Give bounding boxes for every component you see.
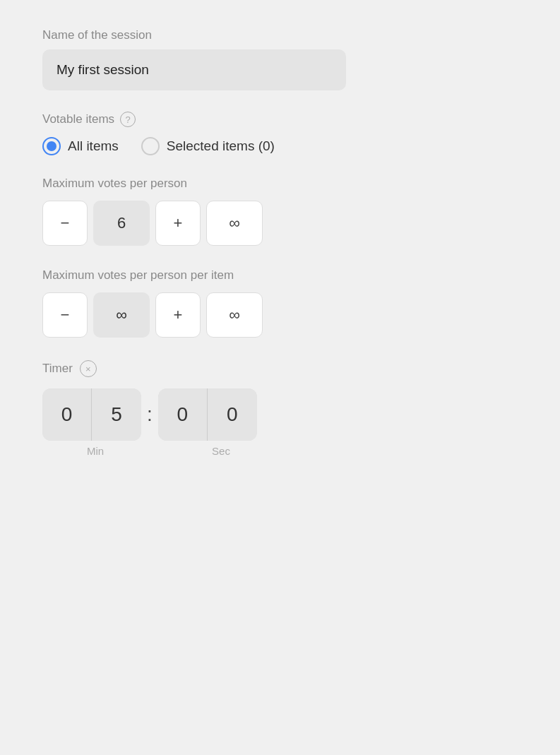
timer-sec-tens[interactable]: 0 (158, 388, 208, 441)
max-votes-item-stepper: − ∞ + ∞ (42, 292, 518, 338)
timer-sec-ones[interactable]: 0 (208, 388, 257, 441)
max-votes-person-section: Maximum votes per person − 6 + ∞ (42, 177, 518, 246)
timer-min-ones[interactable]: 5 (92, 388, 141, 441)
max-votes-person-infinity[interactable]: ∞ (206, 201, 263, 246)
timer-unit-labels: Min Sec (42, 445, 518, 457)
timer-header: Timer × (42, 360, 518, 377)
max-votes-person-decrement[interactable]: − (42, 201, 88, 246)
radio-selected-items[interactable]: Selected items (0) (141, 137, 275, 155)
timer-boxes-row: 0 5 : 0 0 (42, 388, 518, 441)
timer-sec-label: Sec (168, 445, 274, 457)
timer-label: Timer (42, 362, 73, 376)
max-votes-person-value: 6 (93, 201, 150, 246)
max-votes-item-value: ∞ (93, 292, 150, 338)
radio-all-items-label: All items (68, 138, 119, 154)
votable-items-label: Votable items (42, 112, 114, 126)
max-votes-person-increment[interactable]: + (155, 201, 201, 246)
radio-selected-items-label: Selected items (0) (167, 138, 275, 154)
timer-seconds-group: 0 0 (158, 388, 257, 441)
max-votes-item-section: Maximum votes per person per item − ∞ + … (42, 268, 518, 338)
timer-colon: : (141, 403, 158, 426)
session-name-label: Name of the session (42, 28, 518, 42)
max-votes-item-increment[interactable]: + (155, 292, 201, 338)
settings-container: Name of the session Votable items ? All … (42, 28, 518, 727)
timer-close-icon[interactable]: × (80, 360, 97, 377)
votable-items-radio-group: All items Selected items (0) (42, 137, 518, 155)
votable-items-section: Votable items ? All items Selected items… (42, 112, 518, 155)
session-name-section: Name of the session (42, 28, 518, 90)
radio-selected-items-circle (141, 137, 160, 155)
radio-all-items-circle (42, 137, 61, 155)
timer-section: Timer × 0 5 : 0 0 Min Sec (42, 360, 518, 457)
timer-minutes-group: 0 5 (42, 388, 141, 441)
radio-all-items[interactable]: All items (42, 137, 119, 155)
votable-items-header: Votable items ? (42, 112, 518, 127)
timer-min-label: Min (42, 445, 148, 457)
help-icon[interactable]: ? (120, 112, 136, 127)
max-votes-item-infinity[interactable]: ∞ (206, 292, 263, 338)
timer-min-tens[interactable]: 0 (42, 388, 92, 441)
timer-controls: 0 5 : 0 0 Min Sec (42, 388, 518, 457)
max-votes-person-stepper: − 6 + ∞ (42, 201, 518, 246)
max-votes-item-label: Maximum votes per person per item (42, 268, 518, 283)
max-votes-item-decrement[interactable]: − (42, 292, 88, 338)
max-votes-person-label: Maximum votes per person (42, 177, 518, 191)
session-name-input[interactable] (42, 49, 346, 90)
